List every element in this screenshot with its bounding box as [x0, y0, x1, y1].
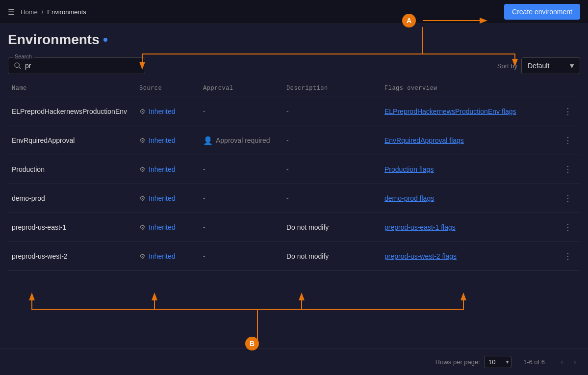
- source-link-5[interactable]: Inherited: [149, 223, 175, 231]
- env-desc-6: Do not modify: [282, 242, 381, 271]
- env-source-6: ⚙ Inherited: [135, 242, 199, 271]
- environments-table: Name Source Approval Description Flags o…: [8, 80, 580, 271]
- page-title: Environments: [8, 32, 580, 48]
- env-source-1: ⚙ Inherited: [135, 97, 199, 126]
- env-approval-2: 👤 Approval required: [199, 126, 282, 155]
- table-row: ELPreprodHackernewsProductionEnv ⚙ Inher…: [8, 97, 580, 126]
- pagination-buttons: ‹ ›: [557, 355, 580, 369]
- flags-link-6[interactable]: preprod-us-west-2 flags: [384, 252, 457, 260]
- source-link-1[interactable]: Inherited: [149, 107, 175, 115]
- col-header-actions: [556, 80, 580, 97]
- prev-page-button[interactable]: ‹: [557, 355, 567, 369]
- env-actions-4: ⋮: [556, 184, 580, 213]
- env-flags-4: demo-prod flags: [381, 184, 556, 213]
- rows-per-page: Rows per page: 10 25 50 100 ▾: [435, 356, 511, 368]
- rows-per-page-label: Rows per page:: [435, 358, 480, 366]
- table-container: Name Source Approval Description Flags o…: [0, 80, 588, 271]
- sort-label: Sort by: [497, 62, 517, 70]
- env-approval-3: -: [199, 155, 282, 184]
- pagination-info: 1-6 of 6: [523, 358, 545, 366]
- env-actions-6: ⋮: [556, 242, 580, 271]
- env-approval-5: -: [199, 213, 282, 242]
- flags-link-2[interactable]: EnvRquiredApproval flags: [384, 136, 464, 144]
- menu-icon[interactable]: ☰: [8, 7, 15, 17]
- gear-icon: ⚙: [139, 136, 146, 144]
- env-name-3: Production: [8, 155, 135, 184]
- more-button-6[interactable]: ⋮: [560, 250, 576, 263]
- col-header-description: Description: [282, 80, 381, 97]
- env-name-2: EnvRquiredApproval: [8, 126, 135, 155]
- source-link-4[interactable]: Inherited: [149, 194, 175, 202]
- col-header-approval: Approval: [199, 80, 282, 97]
- more-button-5[interactable]: ⋮: [560, 221, 576, 234]
- table-row: preprod-us-east-1 ⚙ Inherited - Do not m…: [8, 213, 580, 242]
- toolbar: Search Sort by Default Name Created Upda…: [0, 52, 588, 80]
- source-link-3[interactable]: Inherited: [149, 165, 175, 173]
- env-name-4: demo-prod: [8, 184, 135, 213]
- sort-wrap: Default Name Created Updated ▼: [521, 57, 580, 74]
- env-actions-1: ⋮: [556, 97, 580, 126]
- env-desc-5: Do not modify: [282, 213, 381, 242]
- sort-select[interactable]: Default Name Created Updated: [521, 57, 580, 74]
- more-button-3[interactable]: ⋮: [560, 163, 576, 176]
- gear-icon: ⚙: [139, 107, 146, 115]
- env-approval-6: -: [199, 242, 282, 271]
- col-header-flags: Flags overview: [381, 80, 556, 97]
- create-environment-button[interactable]: Create environment: [504, 4, 580, 20]
- flags-link-4[interactable]: demo-prod flags: [384, 194, 434, 202]
- table-row: Production ⚙ Inherited - - Production fl…: [8, 155, 580, 184]
- env-name-6: preprod-us-west-2: [8, 242, 135, 271]
- source-link-2[interactable]: Inherited: [149, 136, 175, 144]
- search-input[interactable]: [25, 62, 139, 70]
- breadcrumb-home[interactable]: Home: [21, 8, 38, 16]
- sort-container: Sort by Default Name Created Updated ▼: [497, 57, 580, 74]
- env-actions-3: ⋮: [556, 155, 580, 184]
- env-approval-1: -: [199, 97, 282, 126]
- env-flags-1: ELPreprodHackernewsProductionEnv flags: [381, 97, 556, 126]
- gear-icon: ⚙: [139, 223, 146, 231]
- env-desc-2: -: [282, 126, 381, 155]
- search-input-wrap: [8, 57, 145, 74]
- top-bar: ☰ Home / Environments Create environment: [0, 0, 588, 24]
- breadcrumb-separator: /: [42, 8, 44, 16]
- more-button-1[interactable]: ⋮: [560, 105, 576, 118]
- env-source-3: ⚙ Inherited: [135, 155, 199, 184]
- title-dot: [103, 38, 107, 42]
- env-source-5: ⚙ Inherited: [135, 213, 199, 242]
- col-header-name: Name: [8, 80, 135, 97]
- search-icon: [14, 62, 21, 69]
- table-header-row: Name Source Approval Description Flags o…: [8, 80, 580, 97]
- table-row: EnvRquiredApproval ⚙ Inherited 👤 Approva…: [8, 126, 580, 155]
- breadcrumb: Home / Environments: [21, 8, 86, 16]
- env-actions-2: ⋮: [556, 126, 580, 155]
- gear-icon: ⚙: [139, 194, 146, 202]
- env-desc-3: -: [282, 155, 381, 184]
- env-approval-4: -: [199, 184, 282, 213]
- page-header: Environments: [0, 24, 588, 52]
- more-button-4[interactable]: ⋮: [560, 192, 576, 205]
- env-flags-2: EnvRquiredApproval flags: [381, 126, 556, 155]
- search-container: Search: [8, 57, 145, 74]
- table-row: demo-prod ⚙ Inherited - - demo-prod flag…: [8, 184, 580, 213]
- col-header-source: Source: [135, 80, 199, 97]
- flags-link-1[interactable]: ELPreprodHackernewsProductionEnv flags: [384, 107, 516, 115]
- rows-per-page-select[interactable]: 10 25 50 100: [484, 356, 511, 368]
- table-row: preprod-us-west-2 ⚙ Inherited - Do not m…: [8, 242, 580, 271]
- next-page-button[interactable]: ›: [569, 355, 580, 369]
- flags-link-5[interactable]: preprod-us-east-1 flags: [384, 223, 456, 231]
- env-desc-4: -: [282, 184, 381, 213]
- env-flags-6: preprod-us-west-2 flags: [381, 242, 556, 271]
- svg-line-1: [19, 67, 21, 69]
- rows-wrap: 10 25 50 100 ▾: [484, 356, 511, 368]
- gear-icon: ⚙: [139, 165, 146, 173]
- flags-link-3[interactable]: Production flags: [384, 165, 434, 173]
- env-name-5: preprod-us-east-1: [8, 213, 135, 242]
- source-link-6[interactable]: Inherited: [149, 252, 175, 260]
- approval-text-2: Approval required: [216, 136, 270, 144]
- more-button-2[interactable]: ⋮: [560, 134, 576, 147]
- search-label: Search: [13, 54, 34, 59]
- env-desc-1: -: [282, 97, 381, 126]
- annotation-a: A: [402, 14, 416, 27]
- gear-icon: ⚙: [139, 252, 146, 260]
- approval-icon: 👤: [203, 136, 213, 145]
